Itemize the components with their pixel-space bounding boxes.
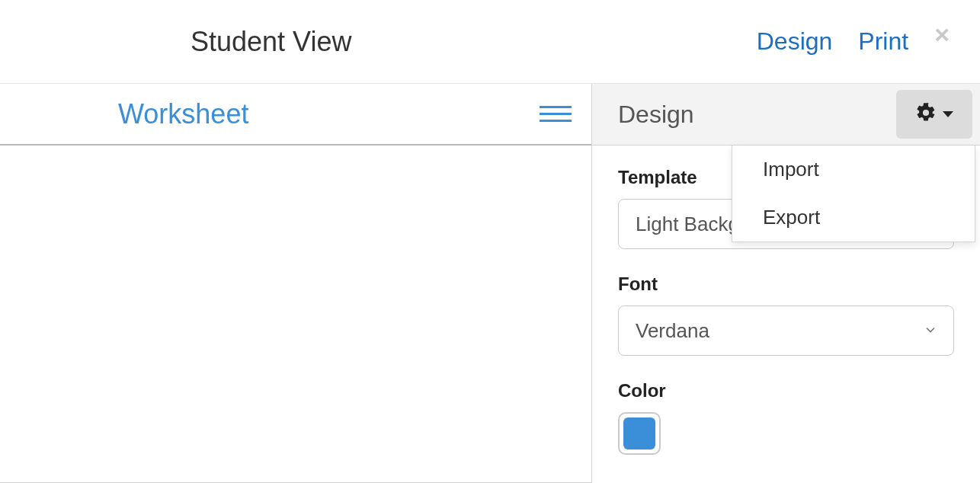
color-field: Color bbox=[618, 380, 954, 455]
top-actions: Design Print × bbox=[757, 27, 950, 56]
menu-icon[interactable] bbox=[535, 101, 576, 126]
font-value: Verdana bbox=[636, 319, 709, 343]
close-icon[interactable]: × bbox=[934, 21, 950, 47]
top-bar: Student View Design Print × bbox=[0, 0, 980, 84]
page-title: Student View bbox=[191, 26, 351, 58]
font-field: Font Verdana bbox=[618, 273, 954, 356]
dropdown-item-import[interactable]: Import bbox=[732, 146, 975, 194]
color-picker[interactable] bbox=[618, 412, 661, 455]
left-pane: Worksheet bbox=[0, 84, 591, 483]
panel-title: Design bbox=[618, 101, 694, 129]
gear-icon bbox=[915, 102, 937, 126]
worksheet-bar: Worksheet bbox=[0, 84, 591, 146]
content-area: Worksheet Design Import Export Template bbox=[0, 84, 980, 483]
design-link[interactable]: Design bbox=[757, 27, 833, 56]
design-panel: Design Import Export Template Light Back… bbox=[591, 84, 980, 483]
caret-down-icon bbox=[943, 111, 953, 117]
panel-header: Design bbox=[592, 84, 980, 146]
worksheet-title[interactable]: Worksheet bbox=[118, 98, 248, 130]
dropdown-item-export[interactable]: Export bbox=[732, 194, 975, 242]
print-link[interactable]: Print bbox=[858, 27, 908, 56]
font-label: Font bbox=[618, 273, 954, 295]
font-select[interactable]: Verdana bbox=[618, 305, 954, 356]
color-swatch bbox=[623, 417, 655, 449]
gear-dropdown: Import Export bbox=[732, 146, 975, 242]
chevron-down-icon bbox=[923, 319, 938, 343]
color-label: Color bbox=[618, 380, 954, 401]
gear-button[interactable] bbox=[896, 90, 972, 139]
